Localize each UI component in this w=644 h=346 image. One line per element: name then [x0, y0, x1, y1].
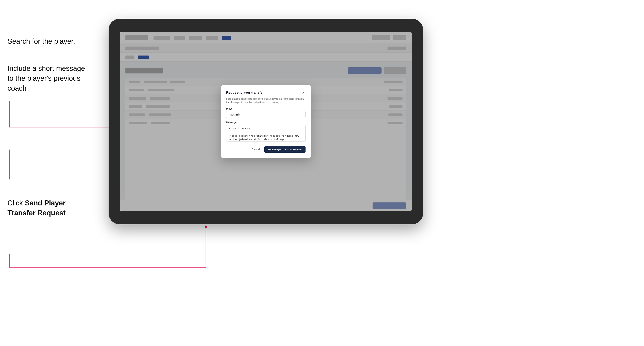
annotation-search: Search for the player.: [8, 36, 75, 46]
transfer-request-modal: Request player transfer ✕ If the player …: [221, 85, 311, 158]
annotation-message: Include a short messageto the player's p…: [8, 64, 94, 93]
modal-actions: Cancel Send Player Transfer Request: [226, 146, 306, 153]
annotation-click-bold: Send PlayerTransfer Request: [8, 199, 66, 217]
tablet-frame: Request player transfer ✕ If the player …: [108, 19, 423, 224]
svg-marker-7: [204, 225, 208, 228]
modal-header: Request player transfer ✕: [226, 90, 306, 95]
cancel-button[interactable]: Cancel: [249, 146, 262, 152]
send-transfer-request-button[interactable]: Send Player Transfer Request: [264, 146, 306, 153]
player-search-input[interactable]: [226, 111, 306, 118]
annotation-click: Click Send PlayerTransfer Request: [8, 198, 94, 218]
modal-close-button[interactable]: ✕: [301, 90, 306, 95]
modal-overlay: Request player transfer ✕ If the player …: [120, 32, 412, 211]
player-field-label: Player: [226, 107, 306, 110]
message-textarea[interactable]: Hi Coach McHarg, Please accept this tran…: [226, 125, 306, 142]
message-field-label: Message: [226, 121, 306, 124]
modal-title: Request player transfer: [226, 91, 264, 95]
tablet-screen: Request player transfer ✕ If the player …: [120, 32, 412, 211]
modal-description: If the player is transferring from anoth…: [226, 97, 306, 104]
